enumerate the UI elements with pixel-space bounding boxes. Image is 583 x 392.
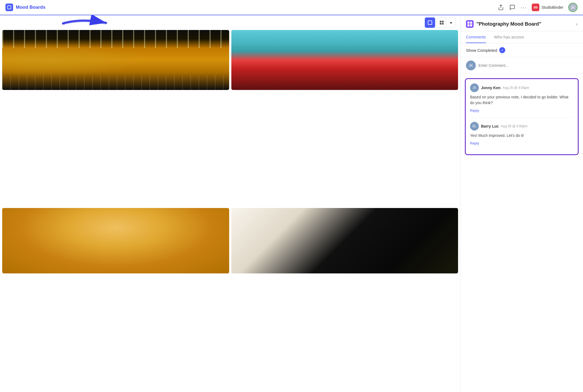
svg-rect-3 [440,21,441,22]
svg-rect-6 [442,23,444,25]
comment-2-author: Barry Luc [481,124,499,128]
icon-dot-3 [467,24,470,26]
studiobinder-badge: SB StudioBinder [532,4,563,11]
single-view-button[interactable] [425,17,435,28]
right-panel: "Photography Mood Board" › Comments Who … [460,15,583,392]
panel-expand-icon[interactable]: › [576,21,578,27]
avatar-initials: JK [571,5,575,10]
icon-dot-1 [467,22,470,24]
app-title: Mood Boards [16,5,46,10]
commenter-avatar: JK [466,61,476,70]
show-completed-label: Show Completed [466,48,497,53]
comment-input-row: JK [461,57,583,74]
content-area: ▾ [0,15,460,392]
image-phone[interactable] [231,208,458,273]
comment-2-reply[interactable]: Reply [470,141,479,145]
comment-input[interactable] [479,63,578,68]
comment-1-text: Based on your previous note, I decided t… [470,94,573,106]
image-grid [0,30,460,391]
icon-dot-2 [470,22,472,24]
panel-tabs: Comments Who has access [461,31,583,43]
comment-1-timestamp: Aug 26 @ 4:50pm [503,86,529,90]
studiobinder-logo: SB [532,4,539,11]
header: Mood Boards ··· SB StudioBinder JK [0,0,583,15]
tab-comments[interactable]: Comments [466,31,486,43]
svg-rect-4 [442,21,444,22]
app-logo-icon [5,4,13,11]
comment-item-2: BL Barry Luc Aug 26 @ 4:50pm Yes! Much i… [470,117,573,146]
panel-icon [466,20,474,28]
completed-check-badge[interactable]: ✓ [499,47,505,53]
image-woman[interactable] [2,208,229,273]
comment-2-timestamp: Aug 26 @ 4:50pm [501,124,527,128]
comment-1-reply[interactable]: Reply [470,108,479,113]
show-completed-row: Show Completed ✓ [461,43,583,57]
comment-1-header: JK Jonny Ken Aug 26 @ 4:50pm [470,83,573,92]
share-icon[interactable] [498,4,504,11]
panel-header: "Photography Mood Board" › [461,15,583,31]
svg-rect-5 [440,23,441,25]
svg-rect-2 [428,21,432,25]
panel-title: "Photography Mood Board" [476,21,541,27]
comment-2-text: Yes! Much improved. Let's do it! [470,133,573,138]
comment-item-1: JK Jonny Ken Aug 26 @ 4:50pm Based on yo… [470,83,573,113]
header-right: ··· SB StudioBinder JK [498,3,578,12]
header-left: Mood Boards [5,4,46,11]
more-icon[interactable]: ··· [521,4,527,11]
comment-2-header: BL Barry Luc Aug 26 @ 4:50pm [470,122,573,131]
toolbar-row: ▾ [0,15,460,30]
logo-inner [7,5,11,9]
sb-logo-text: SB [533,6,537,9]
arrow-annotation [60,15,128,31]
icon-dot-4 [470,24,472,26]
grid-view-button[interactable] [437,18,446,27]
tab-who-has-access[interactable]: Who has access [494,31,524,43]
dropdown-chevron: ▾ [450,21,452,25]
comment-2-avatar: BL [470,122,479,131]
highlighted-comment-box: JK Jonny Ken Aug 26 @ 4:50pm Based on yo… [465,78,579,155]
grid-view-group: ▾ [437,18,456,28]
image-subway[interactable] [2,30,229,90]
comment-1-author: Jonny Ken [481,86,501,90]
main-layout: ▾ "Photography Mood Board" [0,15,583,392]
comment-icon[interactable] [509,4,516,11]
image-bowling[interactable] [231,30,458,90]
panel-title-row: "Photography Mood Board" [466,20,541,28]
comment-1-avatar: JK [470,83,479,92]
grid-dropdown-button[interactable]: ▾ [446,18,456,27]
user-avatar[interactable]: JK [568,3,578,12]
comments-section: JK Jonny Ken Aug 26 @ 4:50pm Based on yo… [461,74,583,392]
studiobinder-name: StudioBinder [542,5,563,10]
